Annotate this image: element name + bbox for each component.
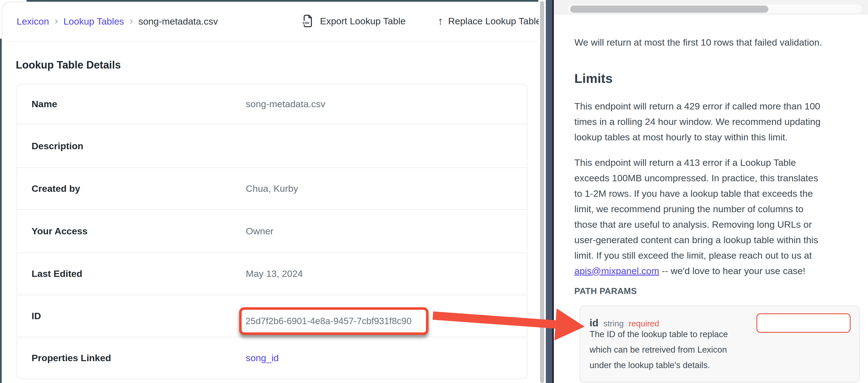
table-row-your-access: Your Access Owner <box>17 209 527 252</box>
upload-arrow-icon: ↑ <box>438 14 443 28</box>
page-title: Lookup Table Details <box>16 59 121 71</box>
row-label: Name <box>17 99 246 109</box>
row-label: Created by <box>17 183 246 194</box>
table-row-last-edited: Last Edited May 13, 2024 <box>17 252 527 294</box>
row-value: Chua, Kurby <box>246 183 527 194</box>
export-label: Export Lookup Table <box>320 16 405 27</box>
id-path-param-card: id string required The ID of the lookup … <box>580 306 860 382</box>
row-label: Properties Linked <box>17 353 246 363</box>
chevron-right-icon: › <box>129 16 133 26</box>
apis-mixpanel-email-link[interactable]: apis@mixpanel.com <box>574 266 659 276</box>
limits-paragraph-2: This endpoint will return a 413 error if… <box>574 155 818 279</box>
row-label: Description <box>17 141 246 151</box>
table-row-description: Description <box>17 124 527 168</box>
id-highlight-box: 25d7f2b6-6901-4e8a-9457-7cbf931f8c90 <box>239 307 429 335</box>
breadcrumb-lexicon[interactable]: Lexicon <box>17 16 49 27</box>
param-description: The ID of the lookup table to replace wh… <box>590 327 728 373</box>
export-lookup-table-button[interactable]: csv Export Lookup Table <box>301 14 405 28</box>
id-value: 25d7f2b6-6901-4e8a-9457-7cbf931f8c90 <box>242 316 411 326</box>
row-label: Your Access <box>17 226 246 237</box>
docs-horizontal-scrollbar[interactable] <box>554 0 868 14</box>
breadcrumb-lookup-tables[interactable]: Lookup Tables <box>63 16 124 27</box>
svg-text:csv: csv <box>303 21 309 25</box>
paragraph-text: This endpoint will return a 413 error if… <box>574 157 818 260</box>
row-value: May 13, 2024 <box>246 268 527 279</box>
replace-lookup-table-button[interactable]: ↑ Replace Lookup Table <box>438 14 539 28</box>
row-value: Owner <box>246 226 527 237</box>
song-id-link[interactable]: song_id <box>246 353 527 363</box>
table-row-name: Name song-metadata.csv <box>17 84 527 124</box>
limits-paragraph-1: This endpoint will return a 429 error if… <box>574 98 821 145</box>
row-label: ID <box>17 311 246 321</box>
screenshot-root: Lexicon › Lookup Tables › song-metadata.… <box>0 0 868 383</box>
breadcrumb-current-file: song-metadata.csv <box>138 16 218 27</box>
limits-heading: Limits <box>574 71 613 86</box>
paragraph-tail: -- we'd love to hear your use case! <box>659 266 805 276</box>
csv-file-icon: csv <box>301 14 315 28</box>
table-row-created-by: Created by Chua, Kurby <box>17 168 527 209</box>
path-params-label: PATH PARAMS <box>574 286 637 296</box>
row-label: Last Edited <box>17 268 246 279</box>
header-divider <box>2 41 538 42</box>
scrollbar-thumb[interactable] <box>570 5 768 13</box>
docs-panel: We will return at most the first 10 rows… <box>554 0 868 383</box>
breadcrumb: Lexicon › Lookup Tables › song-metadata.… <box>17 16 218 27</box>
id-param-input[interactable] <box>756 313 850 333</box>
docs-intro-text: We will return at most the first 10 rows… <box>574 37 822 48</box>
row-value: song-metadata.csv <box>246 99 527 109</box>
annotation-arrow <box>430 299 587 354</box>
replace-label: Replace Lookup Table <box>448 16 539 27</box>
chevron-right-icon: › <box>55 16 58 26</box>
